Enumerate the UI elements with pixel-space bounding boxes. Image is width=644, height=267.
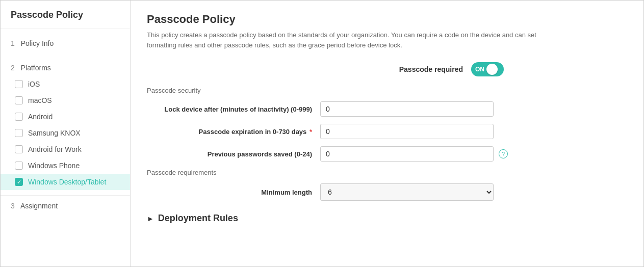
minimum-length-row: Minimum length 45678910121416	[147, 183, 627, 201]
page-description: This policy creates a passcode policy ba…	[147, 30, 565, 50]
sidebar: Passcode Policy 1 Policy Info 2 Platform…	[1, 1, 131, 266]
minimum-length-select[interactable]: 45678910121416	[320, 183, 494, 201]
sidebar-item-android-for-work[interactable]: Android for Work	[1, 141, 130, 157]
platform-label-samsung-knox: Samsung KNOX	[28, 129, 81, 137]
input-passcode-expiration[interactable]	[320, 124, 494, 139]
input-wrapper-passcode-expiration	[320, 124, 494, 139]
deployment-rules-section[interactable]: ► Deployment Rules	[147, 213, 627, 224]
checkbox-android-for-work	[15, 145, 23, 153]
step1-header[interactable]: 1 Policy Info	[1, 35, 130, 51]
main-content: Passcode Policy This policy creates a pa…	[131, 1, 643, 266]
deployment-rules-title: Deployment Rules	[158, 213, 238, 224]
platform-label-ios: iOS	[28, 80, 40, 88]
form-rows: Lock device after (minutes of inactivity…	[147, 101, 627, 162]
checkbox-ios	[15, 80, 23, 88]
page-title: Passcode Policy	[147, 13, 627, 26]
sidebar-item-windows-desktop[interactable]: Windows Desktop/Tablet	[1, 174, 130, 190]
platform-label-windows-desktop: Windows Desktop/Tablet	[28, 178, 106, 186]
step2-header[interactable]: 2 Platforms	[1, 60, 130, 76]
sidebar-item-ios[interactable]: iOS	[1, 76, 130, 92]
step3-label: Assignment	[20, 202, 58, 210]
passcode-required-toggle[interactable]: ON	[471, 62, 504, 76]
passcode-required-row: Passcode required ON	[147, 62, 504, 76]
form-row-lock-device: Lock device after (minutes of inactivity…	[147, 101, 627, 117]
toggle-knob	[486, 64, 498, 75]
passcode-required-label: Passcode required	[399, 65, 463, 73]
input-previous-passwords[interactable]	[320, 146, 494, 162]
checkbox-windows-phone	[15, 162, 23, 170]
sidebar-section-step2: 2 Platforms iOSmacOSAndroidSamsung KNOXA…	[1, 54, 130, 192]
checkbox-samsung-knox	[15, 129, 23, 137]
form-row-previous-passwords: Previous passwords saved (0-24)?	[147, 146, 627, 162]
platform-label-android-for-work: Android for Work	[28, 145, 82, 153]
platform-list: iOSmacOSAndroidSamsung KNOXAndroid for W…	[1, 76, 130, 190]
app-window: Passcode Policy 1 Policy Info 2 Platform…	[0, 0, 644, 267]
label-previous-passwords: Previous passwords saved (0-24)	[147, 150, 320, 158]
checkbox-android	[15, 113, 23, 121]
step2-number: 2	[11, 64, 15, 72]
step2-label: Platforms	[21, 64, 51, 72]
sidebar-item-macos[interactable]: macOS	[1, 92, 130, 109]
step1-number: 1	[11, 39, 15, 47]
help-icon-previous-passwords[interactable]: ?	[499, 149, 508, 158]
input-wrapper-lock-device	[320, 101, 494, 117]
label-lock-device: Lock device after (minutes of inactivity…	[147, 105, 320, 113]
step3-footer[interactable]: 3 Assignment	[1, 195, 130, 214]
passcode-security-label: Passcode security	[147, 87, 627, 94]
toggle-on-text: ON	[475, 66, 484, 73]
platform-label-android: Android	[28, 113, 53, 121]
sidebar-title: Passcode Policy	[1, 1, 130, 29]
step3-number: 3	[11, 202, 15, 210]
minimum-length-label: Minimum length	[147, 189, 320, 196]
input-lock-device[interactable]	[320, 101, 494, 117]
sidebar-item-windows-phone[interactable]: Windows Phone	[1, 157, 130, 174]
sidebar-item-android[interactable]: Android	[1, 109, 130, 125]
sidebar-item-samsung-knox[interactable]: Samsung KNOX	[1, 125, 130, 141]
form-row-passcode-expiration: Passcode expiration in 0-730 days *	[147, 124, 627, 139]
passcode-requirements-label: Passcode requirements	[147, 169, 627, 176]
sidebar-section-step1: 1 Policy Info	[1, 29, 130, 54]
platform-label-macos: macOS	[28, 96, 52, 104]
deployment-rules-arrow-icon: ►	[147, 215, 154, 223]
checkbox-windows-desktop	[15, 178, 23, 186]
label-passcode-expiration: Passcode expiration in 0-730 days *	[147, 128, 320, 136]
minimum-length-input-wrapper: 45678910121416	[320, 183, 494, 201]
checkbox-macos	[15, 96, 23, 104]
step1-label: Policy Info	[21, 39, 54, 47]
platform-label-windows-phone: Windows Phone	[28, 162, 80, 170]
required-star-passcode-expiration: *	[307, 128, 312, 136]
input-wrapper-previous-passwords	[320, 146, 494, 162]
